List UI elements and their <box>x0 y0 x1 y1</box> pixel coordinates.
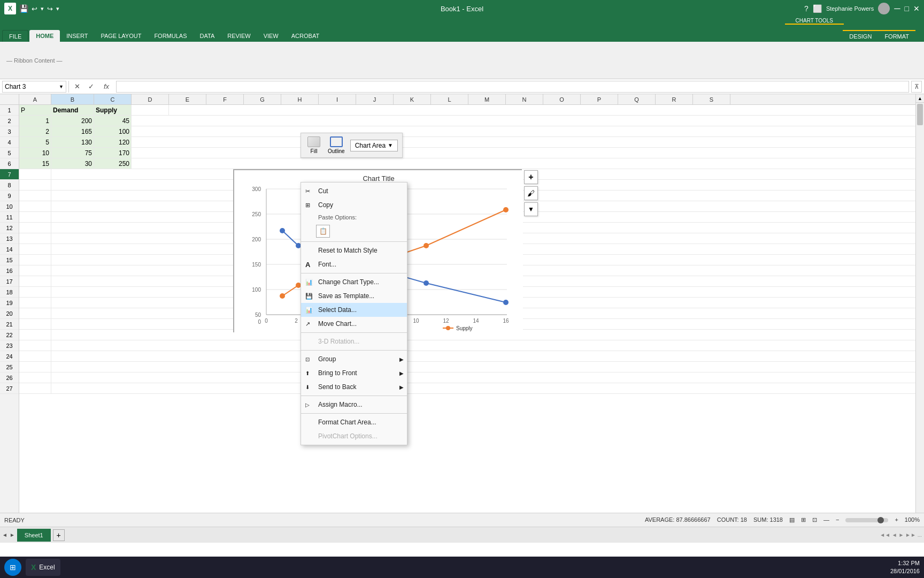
cell-b5[interactable]: 75 <box>51 148 94 158</box>
ctx-bring-to-front[interactable]: ⬆ Bring to Front ▶ <box>301 366 407 380</box>
ctx-copy[interactable]: ⊞ Copy <box>301 198 407 212</box>
formula-cancel-btn[interactable]: ✕ <box>71 81 83 93</box>
chart-filter-btn[interactable]: ▼ <box>524 202 538 216</box>
row-num-18[interactable]: 18 <box>0 287 19 298</box>
cell-a3[interactable]: 2 <box>19 126 51 137</box>
row-num-8[interactable]: 8 <box>0 180 19 191</box>
col-header-s[interactable]: S <box>693 94 730 104</box>
ctx-group[interactable]: ⊡ Group ▶ <box>301 352 407 366</box>
ribbon-toggle-icon[interactable]: ⬜ <box>813 4 822 13</box>
col-header-c[interactable]: C <box>94 94 132 104</box>
cell-a5[interactable]: 10 <box>19 148 51 158</box>
tab-home[interactable]: HOME <box>29 30 60 42</box>
cell-a6[interactable]: 15 <box>19 158 51 169</box>
redo-icon[interactable]: ↪ <box>47 5 53 13</box>
ctx-send-to-back[interactable]: ⬇ Send to Back ▶ <box>301 380 407 394</box>
ctx-cut[interactable]: ✂ Cut <box>301 184 407 198</box>
cell-c4[interactable]: 120 <box>94 137 132 148</box>
col-header-f[interactable]: F <box>206 94 244 104</box>
row-num-19[interactable]: 19 <box>0 298 19 308</box>
ctx-font[interactable]: A Font... <box>301 257 407 271</box>
cell-b6[interactable]: 30 <box>51 158 94 169</box>
view-normal-btn[interactable]: ▤ <box>789 516 795 523</box>
cell-c2[interactable]: 45 <box>94 116 132 126</box>
col-header-j[interactable]: J <box>356 94 394 104</box>
row-num-16[interactable]: 16 <box>0 265 19 276</box>
col-header-q[interactable]: Q <box>618 94 656 104</box>
ctx-format-chart-area[interactable]: Format Chart Area... <box>301 415 407 429</box>
zoom-in-btn[interactable]: + <box>895 516 898 523</box>
row-num-20[interactable]: 20 <box>0 308 19 319</box>
outline-btn[interactable]: Outline <box>326 135 347 155</box>
row-num-14[interactable]: 14 <box>0 244 19 255</box>
tab-page-layout[interactable]: PAGE LAYOUT <box>94 30 148 42</box>
chart-style-btn[interactable]: 🖌 <box>524 186 538 200</box>
cell-c6[interactable]: 250 <box>94 158 132 169</box>
fill-btn[interactable]: Fill <box>305 135 322 155</box>
row-num-27[interactable]: 27 <box>0 383 19 394</box>
chart-area-select[interactable]: Chart Area ▼ <box>350 140 398 151</box>
help-icon[interactable]: ? <box>804 4 808 13</box>
row-num-6[interactable]: 6 <box>0 158 19 169</box>
row-num-22[interactable]: 22 <box>0 330 19 340</box>
view-page-btn[interactable]: ⊡ <box>812 516 817 523</box>
row-num-26[interactable]: 26 <box>0 372 19 383</box>
scroll-tab-right[interactable]: ► <box>10 532 15 538</box>
cell-d1[interactable] <box>132 105 169 116</box>
scroll-tab-left[interactable]: ◄ <box>2 532 7 538</box>
col-header-g[interactable]: G <box>244 94 281 104</box>
col-header-m[interactable]: M <box>468 94 506 104</box>
quick-save-icon[interactable]: 💾 <box>19 4 28 13</box>
paste-option-1[interactable]: 📋 <box>316 225 330 238</box>
col-header-k[interactable]: K <box>394 94 431 104</box>
tab-format[interactable]: FORMAT <box>878 30 915 42</box>
tab-insert[interactable]: INSERT <box>60 30 94 42</box>
row-num-7[interactable]: 7 <box>0 169 19 180</box>
col-header-o[interactable]: O <box>543 94 581 104</box>
col-header-r[interactable]: R <box>656 94 693 104</box>
tab-view[interactable]: VIEW <box>257 30 285 42</box>
taskbar-excel[interactable]: X Excel <box>26 559 60 576</box>
row-num-9[interactable]: 9 <box>0 191 19 201</box>
undo-arrow-icon[interactable]: ▾ <box>41 5 44 12</box>
ctx-pivotchart-options[interactable]: PivotChart Options... <box>301 429 407 443</box>
close-btn[interactable]: ✕ <box>913 4 920 13</box>
scroll-thumb[interactable] <box>917 104 923 125</box>
tab-formulas[interactable]: FORMULAS <box>148 30 193 42</box>
cell-b4[interactable]: 130 <box>51 137 94 148</box>
row-num-25[interactable]: 25 <box>0 362 19 372</box>
add-sheet-btn[interactable]: + <box>53 529 65 541</box>
col-header-i[interactable]: I <box>319 94 356 104</box>
formula-input[interactable] <box>116 81 909 93</box>
cell-a2[interactable]: 1 <box>19 116 51 126</box>
zoom-out-btn[interactable]: − <box>836 516 839 523</box>
row-num-1[interactable]: 1 <box>0 105 19 116</box>
ctx-assign-macro[interactable]: ▷ Assign Macro... <box>301 398 407 412</box>
cell-b2[interactable]: 200 <box>51 116 94 126</box>
cell-b3[interactable]: 165 <box>51 126 94 137</box>
ctx-select-data[interactable]: 📊 Select Data... <box>301 303 407 317</box>
row-num-21[interactable]: 21 <box>0 319 19 330</box>
tab-acrobat[interactable]: ACROBAT <box>285 30 326 42</box>
maximize-btn[interactable]: □ <box>905 4 909 13</box>
vertical-scrollbar[interactable]: ▲ ▼ <box>915 94 924 529</box>
cell-b1[interactable]: Demand <box>51 105 94 116</box>
cell-c1[interactable]: Supply <box>94 105 132 116</box>
ctx-3d-rotation[interactable]: 3-D Rotation... <box>301 334 407 348</box>
ctx-reset[interactable]: Reset to Match Style <box>301 244 407 257</box>
undo-icon[interactable]: ↩ <box>32 5 37 13</box>
view-layout-btn[interactable]: ⊞ <box>801 516 806 523</box>
ctx-move-chart[interactable]: ↗ Move Chart... <box>301 317 407 331</box>
col-header-l[interactable]: L <box>431 94 468 104</box>
row-num-12[interactable]: 12 <box>0 223 19 233</box>
row-num-24[interactable]: 24 <box>0 351 19 362</box>
col-header-p[interactable]: P <box>581 94 618 104</box>
row-num-3[interactable]: 3 <box>0 126 19 137</box>
cell-a1[interactable]: P <box>19 105 51 116</box>
tab-data[interactable]: DATA <box>194 30 221 42</box>
name-box-arrow[interactable]: ▼ <box>59 84 64 89</box>
sheet-tab-sheet1[interactable]: Sheet1 <box>17 529 51 542</box>
zoom-slider[interactable] <box>845 518 888 522</box>
row-num-15[interactable]: 15 <box>0 255 19 265</box>
name-box[interactable]: Chart 3 ▼ <box>2 81 66 93</box>
